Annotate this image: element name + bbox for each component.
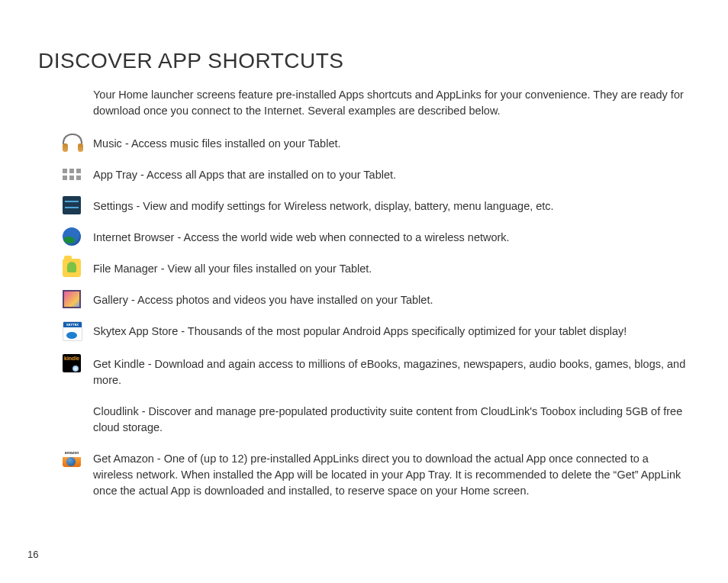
- item-text: File Manager - View all your files insta…: [93, 261, 372, 277]
- settings-icon: [63, 196, 81, 214]
- page-heading: DISCOVER APP SHORTCUTS: [38, 49, 690, 73]
- item-text: Settings - View and modify settings for …: [93, 198, 554, 214]
- music-icon: [63, 134, 81, 152]
- list-item: Music - Access music files installed on …: [63, 136, 690, 152]
- intro-paragraph: Your Home launcher screens feature pre-i…: [93, 87, 690, 119]
- item-text: Gallery - Access photos and videos you h…: [93, 292, 433, 308]
- item-text: Cloudlink - Discover and manage pre-popu…: [93, 404, 690, 436]
- gallery-icon: [63, 290, 81, 308]
- list-item: Gallery - Access photos and videos you h…: [63, 292, 690, 308]
- list-item: amazon Get Amazon - One of (up to 12) pr…: [63, 451, 690, 499]
- item-text: App Tray - Access all Apps that are inst…: [93, 167, 396, 183]
- filemanager-icon: [63, 259, 81, 277]
- skytex-icon: SKYTEX: [63, 321, 82, 341]
- apptray-icon: [63, 169, 81, 181]
- browser-icon: [63, 227, 81, 246]
- kindle-icon: kindle: [63, 354, 81, 372]
- item-text: Get Kindle - Download and again access t…: [93, 356, 690, 388]
- list-item: Internet Browser - Access the world wide…: [63, 230, 690, 246]
- list-item: Cloudlink - Discover and manage pre-popu…: [63, 404, 690, 436]
- list-item: Settings - View and modify settings for …: [63, 198, 690, 214]
- page-number: 16: [27, 549, 38, 560]
- shortcut-list: Music - Access music files installed on …: [63, 136, 690, 499]
- item-text: Music - Access music files installed on …: [93, 136, 341, 152]
- item-text: Get Amazon - One of (up to 12) pre-insta…: [93, 451, 690, 499]
- item-text: Skytex App Store - Thousands of the most…: [93, 324, 627, 340]
- list-item: SKYTEX Skytex App Store - Thousands of t…: [63, 324, 690, 341]
- amazon-icon: amazon: [63, 449, 81, 467]
- item-text: Internet Browser - Access the world wide…: [93, 230, 510, 246]
- list-item: File Manager - View all your files insta…: [63, 261, 690, 277]
- list-item: kindle Get Kindle - Download and again a…: [63, 356, 690, 388]
- list-item: App Tray - Access all Apps that are inst…: [63, 167, 690, 183]
